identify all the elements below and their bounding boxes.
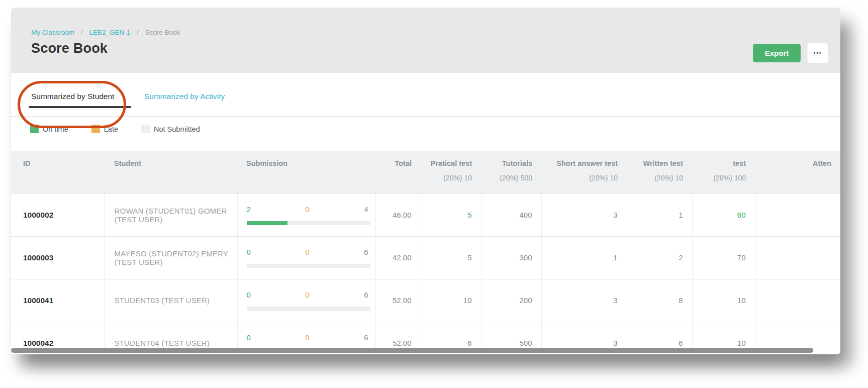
student-name-cell: STUDENT03 (TEST USER) — [104, 279, 237, 322]
test-score-cell: 60 — [692, 193, 755, 236]
submission-legend: On time Late Not Submitted — [30, 125, 200, 133]
short-answer-test-score-cell: 1 — [541, 236, 627, 279]
active-tab-underline — [29, 106, 131, 108]
short-answer-test-score-cell: 3 — [541, 279, 627, 322]
attendance-score-cell — [755, 236, 840, 279]
column-header-total: Total — [375, 151, 421, 193]
page-header: My Classroom / LEB2_GEN-1 / Score Book S… — [11, 8, 840, 73]
attendance-score-cell — [755, 279, 840, 322]
tutorials-score-cell: 200 — [481, 279, 541, 322]
activity-count: 6 — [364, 290, 368, 299]
table-header: ID Student Submission Total Pratical tes… — [11, 151, 840, 193]
short-answer-test-score-cell: 3 — [541, 193, 627, 236]
submission-cell: 0 0 6 — [237, 279, 375, 322]
column-header-test: test(20%) 100 — [692, 151, 755, 193]
submission-progress-bar — [247, 221, 370, 225]
more-options-button[interactable]: ••• — [807, 43, 828, 63]
column-header-short-answer-test: Short answer test(20%) 10 — [541, 151, 627, 193]
column-header-student: Student — [104, 151, 237, 193]
activity-count: 6 — [364, 333, 368, 342]
submission-progress-bar — [247, 307, 370, 311]
legend-late: Late — [91, 125, 118, 133]
scorebook-table: ID Student Submission Total Pratical tes… — [11, 151, 840, 354]
table-row: 1000003 MAYESO (STUDENT02) EMERY (TEST U… — [11, 236, 840, 279]
column-header-submission: Submission — [237, 151, 375, 193]
late-count: 0 — [305, 248, 309, 256]
student-id-cell: 1000002 — [11, 193, 104, 236]
submission-cell: 0 0 6 — [237, 236, 375, 279]
test-score-cell: 10 — [692, 279, 755, 322]
export-button[interactable]: Export — [753, 44, 801, 62]
submission-progress-fill — [247, 221, 287, 225]
tutorials-score-cell: 300 — [481, 236, 541, 279]
breadcrumb-my-classroom[interactable]: My Classroom — [31, 29, 74, 36]
breadcrumb-score-book: Score Book — [145, 29, 180, 36]
on-time-swatch-icon — [30, 125, 39, 133]
total-score-cell: 52.00 — [375, 279, 421, 322]
not-submitted-swatch-icon — [141, 125, 150, 133]
legend-not-submitted: Not Submitted — [141, 125, 200, 133]
student-id-cell: 1000041 — [11, 279, 104, 322]
column-header-tutorials: Tutorials(20%) 500 — [481, 151, 541, 193]
table-row: 1000002 ROWAN (STUDENT01) GOMER (TEST US… — [11, 193, 840, 236]
legend-on-time-label: On time — [43, 125, 68, 133]
tutorials-score-cell: 400 — [481, 193, 541, 236]
student-name-cell: MAYESO (STUDENT02) EMERY (TEST USER) — [104, 236, 237, 279]
column-header-id: ID — [11, 151, 104, 193]
written-test-score-cell: 1 — [627, 193, 692, 236]
column-header-pratical-test: Pratical test(20%) 10 — [421, 151, 481, 193]
horizontal-scrollbar[interactable] — [11, 348, 813, 353]
test-score-cell: 70 — [692, 236, 755, 279]
scorebook-table-body: 1000002 ROWAN (STUDENT01) GOMER (TEST US… — [11, 193, 840, 354]
student-id-cell: 1000003 — [11, 236, 104, 279]
written-test-score-cell: 2 — [627, 236, 692, 279]
tab-summarized-by-student[interactable]: Summarized by Student — [31, 92, 114, 101]
late-swatch-icon — [91, 125, 100, 133]
scorebook-window: My Classroom / LEB2_GEN-1 / Score Book S… — [11, 8, 840, 354]
submission-cell: 2 0 4 — [237, 193, 375, 236]
on-time-count: 0 — [247, 248, 251, 256]
legend-late-label: Late — [104, 125, 118, 133]
table-row: 1000041 STUDENT03 (TEST USER) 0 0 6 52.0… — [11, 279, 840, 322]
total-score-cell: 46.00 — [375, 193, 421, 236]
tab-summarized-by-activity[interactable]: Summarized by Activity — [144, 92, 225, 101]
pratical-test-score-cell: 5 — [421, 193, 481, 236]
page-title: Score Book — [31, 41, 108, 56]
on-time-count: 2 — [247, 205, 251, 214]
breadcrumb-class-leb2-gen-1[interactable]: LEB2_GEN-1 — [89, 29, 131, 36]
activity-count: 4 — [364, 205, 368, 214]
legend-not-submitted-label: Not Submitted — [154, 125, 200, 133]
breadcrumb-separator: / — [81, 29, 83, 36]
column-header-written-test: Written test(20%) 10 — [627, 151, 692, 193]
legend-on-time: On time — [30, 125, 68, 133]
breadcrumb-separator: / — [137, 29, 139, 36]
late-count: 0 — [305, 290, 309, 299]
attendance-score-cell — [755, 193, 840, 236]
column-header-attendance: Atten — [755, 151, 840, 193]
activity-count: 6 — [364, 248, 368, 256]
tabs-bar: Summarized by Student Summarized by Acti… — [11, 73, 840, 117]
on-time-count: 0 — [247, 290, 251, 299]
pratical-test-score-cell: 10 — [421, 279, 481, 322]
late-count: 0 — [305, 205, 309, 214]
written-test-score-cell: 8 — [627, 279, 692, 322]
student-name-cell: ROWAN (STUDENT01) GOMER (TEST USER) — [104, 193, 237, 236]
total-score-cell: 42.00 — [375, 236, 421, 279]
breadcrumb: My Classroom / LEB2_GEN-1 / Score Book — [31, 29, 180, 36]
late-count: 0 — [305, 333, 309, 342]
submission-progress-bar — [247, 264, 370, 268]
on-time-count: 0 — [247, 333, 251, 342]
pratical-test-score-cell: 5 — [421, 236, 481, 279]
